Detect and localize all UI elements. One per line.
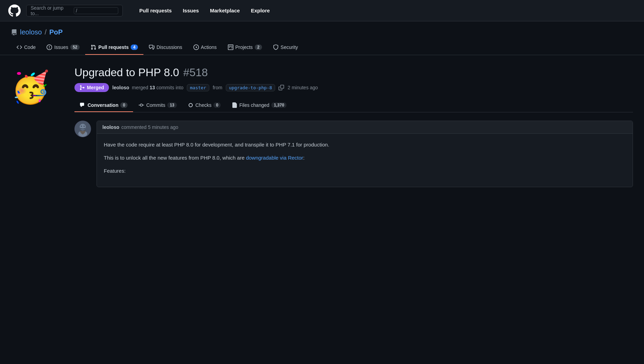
pr-tab-checks-label: Checks: [195, 102, 212, 108]
repo-owner[interactable]: leoloso: [20, 28, 42, 36]
pr-title: Upgraded to PHP 8.0: [74, 66, 179, 79]
search-shortcut: /: [74, 7, 118, 14]
tab-issues-badge: 52: [70, 44, 80, 50]
security-icon: [273, 44, 279, 50]
repo-name[interactable]: PoP: [49, 28, 63, 36]
comment-box: leoloso commented 5 minutes ago Have the…: [97, 121, 633, 187]
pr-tab-conversation-label: Conversation: [88, 102, 118, 108]
svg-point-4: [84, 126, 85, 127]
pr-source-branch[interactable]: upgrade-to-php-8: [226, 84, 275, 91]
pr-main-area: Upgraded to PHP 8.0 #518 Merged leoloso …: [74, 66, 633, 187]
nav-explore[interactable]: Explore: [245, 5, 275, 16]
comment-section: leoloso commented 5 minutes ago Have the…: [74, 121, 633, 187]
tab-security[interactable]: Security: [268, 40, 304, 55]
code-icon: [17, 44, 22, 50]
pr-meta: Merged leoloso merged 13 commits into ma…: [74, 83, 633, 92]
nav-pull-requests[interactable]: Pull requests: [134, 5, 177, 16]
pr-content: 🥳 Upgraded to PHP 8.0 #518 Merged leolos…: [0, 55, 644, 187]
comment-line-2-prefix: This is to unlock all the new features f…: [104, 155, 246, 161]
comment-line-1: Have the code require at least PHP 8.0 f…: [104, 141, 626, 149]
tab-code-label: Code: [24, 44, 36, 50]
pr-tab-files-changed[interactable]: Files changed 1,370: [226, 99, 292, 112]
checks-icon: [188, 102, 193, 108]
tab-projects-label: Projects: [235, 44, 253, 50]
comment-line-2-suffix: :: [303, 155, 304, 161]
actions-icon: [193, 44, 199, 50]
repo-nav-tabs: Code Issues 52 Pull requests 4 Discussio…: [0, 40, 644, 55]
tab-issues-label: Issues: [54, 44, 68, 50]
tab-discussions-label: Discussions: [157, 44, 182, 50]
tab-pull-requests[interactable]: Pull requests 4: [85, 40, 143, 55]
tab-pull-requests-badge: 4: [131, 44, 138, 50]
issues-icon: [47, 44, 52, 50]
pull-requests-icon: [91, 44, 96, 50]
pr-number: #518: [183, 66, 208, 79]
rector-link[interactable]: downgradable via Rector: [246, 155, 303, 161]
conversation-icon: [80, 102, 85, 108]
comment-time: commented 5 minutes ago: [121, 124, 178, 130]
pr-title-row: Upgraded to PHP 8.0 #518: [74, 66, 633, 79]
pr-celebration-emoji: 🥳: [11, 72, 50, 103]
svg-point-3: [81, 126, 82, 127]
pr-tab-commits-badge: 13: [167, 102, 177, 108]
pr-tab-commits[interactable]: Commits 13: [133, 99, 182, 112]
comment-body: Have the code require at least PHP 8.0 f…: [97, 134, 633, 187]
pr-tab-checks[interactable]: Checks 0: [182, 99, 226, 112]
pr-tab-conversation[interactable]: Conversation 0: [74, 99, 133, 112]
commits-icon: [139, 102, 144, 108]
files-changed-icon: [232, 102, 237, 108]
projects-icon: [228, 44, 233, 50]
repo-separator: /: [44, 28, 47, 36]
pr-tab-checks-badge: 0: [213, 102, 221, 108]
comment-line-2: This is to unlock all the new features f…: [104, 154, 626, 162]
pr-meta-author: leoloso merged 13 commits into: [112, 85, 183, 90]
pr-meta-from: from: [213, 85, 222, 90]
comment-header: leoloso commented 5 minutes ago: [97, 121, 633, 134]
pr-tab-files-changed-badge: 1,370: [271, 102, 286, 108]
nav-links: Pull requests Issues Marketplace Explore: [134, 5, 275, 16]
merged-badge: Merged: [74, 83, 109, 92]
comment-line-3: Features:: [104, 167, 626, 175]
pr-target-branch[interactable]: master: [187, 84, 209, 91]
nav-issues[interactable]: Issues: [177, 5, 204, 16]
commenter-avatar: [74, 121, 91, 137]
tab-projects[interactable]: Projects 2: [222, 40, 268, 55]
top-navigation: Search or jump to... / Pull requests Iss…: [0, 0, 644, 21]
pr-tab-files-changed-label: Files changed: [239, 102, 269, 108]
tab-code[interactable]: Code: [11, 40, 41, 55]
repo-icon: [11, 29, 17, 36]
pr-tab-conversation-badge: 0: [120, 102, 128, 108]
merged-badge-label: Merged: [87, 85, 104, 90]
tab-actions-label: Actions: [201, 44, 217, 50]
copy-icon[interactable]: [279, 85, 284, 90]
tab-issues[interactable]: Issues 52: [41, 40, 85, 55]
tab-pull-requests-label: Pull requests: [98, 44, 129, 50]
commenter-avatar-image: [74, 121, 91, 137]
pr-tabs: Conversation 0 Commits 13 Checks 0 Files…: [74, 99, 633, 112]
tab-actions[interactable]: Actions: [188, 40, 222, 55]
github-logo-icon[interactable]: [8, 4, 21, 17]
tab-security-label: Security: [281, 44, 298, 50]
discussions-icon: [149, 44, 154, 50]
commenter-name[interactable]: leoloso: [102, 124, 119, 130]
tab-discussions[interactable]: Discussions: [143, 40, 188, 55]
search-placeholder: Search or jump to...: [31, 5, 71, 16]
pr-meta-time: 2 minutes ago: [288, 85, 318, 90]
pr-tab-commits-label: Commits: [146, 102, 165, 108]
repo-header: leoloso / PoP: [0, 21, 644, 36]
search-box[interactable]: Search or jump to... /: [26, 5, 123, 17]
merge-icon: [79, 85, 85, 90]
pr-avatar-column: 🥳: [11, 66, 66, 187]
tab-projects-badge: 2: [255, 44, 262, 50]
nav-marketplace[interactable]: Marketplace: [204, 5, 245, 16]
